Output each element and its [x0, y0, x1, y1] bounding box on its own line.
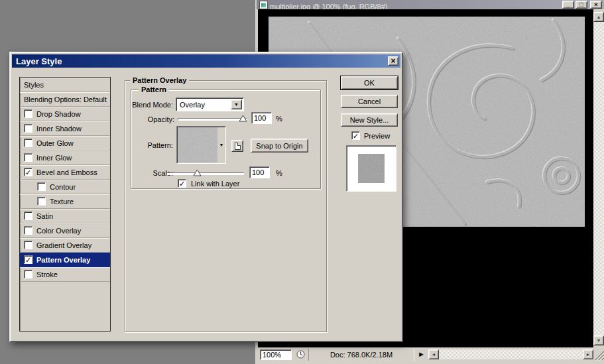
style-checkbox[interactable] [24, 226, 32, 235]
style-item-texture[interactable]: Texture [20, 194, 110, 209]
cancel-button[interactable]: Cancel [341, 95, 398, 108]
status-bar: Doc: 768.0K/2.18M ► ◄ ► [258, 347, 593, 361]
pattern-subgroup-title: Pattern [139, 86, 169, 93]
style-item-label: Inner Shadow [36, 125, 82, 133]
left-arrow-icon: ◄ [432, 352, 436, 357]
style-checkbox[interactable] [24, 153, 32, 162]
style-item-label: Drop Shadow [36, 110, 81, 118]
link-with-layer-checkbox[interactable]: ✓ [178, 179, 186, 188]
style-item-gradient-overlay[interactable]: Gradient Overlay [20, 238, 110, 253]
style-item-color-overlay[interactable]: Color Overlay [20, 223, 110, 238]
style-checkbox[interactable] [37, 182, 46, 191]
style-item-drop-shadow[interactable]: Drop Shadow [20, 107, 110, 121]
scroll-left-button[interactable]: ◄ [428, 349, 439, 359]
style-checkbox[interactable] [24, 212, 32, 220]
opacity-input[interactable] [251, 112, 272, 124]
opacity-slider-track[interactable] [178, 118, 247, 121]
style-item-label: Blending Options: Default [24, 95, 107, 103]
style-item-label: Contour [50, 183, 76, 191]
window-close-button[interactable]: × [590, 1, 602, 9]
new-style-button[interactable]: New Style... [341, 113, 398, 127]
zoom-input[interactable] [260, 349, 292, 360]
opacity-label: Opacity: [133, 115, 174, 123]
document-title: multiplier.jpg @ 100% (fug, RGB/8#) [270, 3, 387, 9]
document-file-icon [259, 1, 268, 9]
pattern-picker[interactable]: ▼ [176, 126, 226, 164]
scale-slider-track[interactable] [166, 172, 244, 175]
style-item-bevel-and-emboss[interactable]: ✓Bevel and Emboss [20, 165, 110, 180]
scroll-right-button[interactable]: ► [583, 349, 593, 359]
horizontal-scrollbar[interactable]: ◄ ► [428, 349, 593, 360]
scale-slider-thumb[interactable] [193, 169, 202, 176]
link-with-layer-label: Link with Layer [191, 180, 239, 188]
pattern-thumbnail [178, 127, 217, 162]
blend-mode-label: Blend Mode: [128, 101, 173, 109]
style-item-contour[interactable]: Contour [20, 180, 110, 194]
ok-button[interactable]: OK [341, 76, 398, 90]
style-item-styles[interactable]: Styles [20, 78, 110, 92]
new-preset-icon [235, 143, 241, 150]
preview-checkbox[interactable]: ✓ [351, 131, 360, 140]
vertical-scrollbar[interactable]: ▲ ▼ [593, 12, 604, 346]
timer-icon [296, 350, 305, 359]
doc-info: Doc: 768.0K/2.18M [330, 351, 393, 359]
right-arrow-icon: ► [586, 352, 591, 357]
style-checkbox[interactable] [24, 241, 32, 249]
pattern-dropdown-button[interactable]: ▼ [217, 127, 225, 162]
scale-input[interactable] [249, 166, 270, 178]
check-icon: ✓ [353, 133, 359, 139]
style-item-label: Inner Glow [36, 154, 72, 162]
dropdown-button[interactable]: ▼ [231, 99, 242, 109]
scroll-down-button[interactable]: ▼ [593, 335, 604, 345]
layer-style-dialog: Layer Style × StylesBlending Options: De… [9, 52, 403, 342]
opacity-slider-thumb[interactable] [239, 115, 247, 122]
style-checkbox[interactable] [24, 139, 32, 147]
ok-label: OK [364, 79, 375, 87]
style-item-inner-shadow[interactable]: Inner Shadow [20, 121, 110, 136]
blend-mode-dropdown[interactable]: Overlay ▼ [176, 97, 244, 111]
horizontal-scroll-track[interactable] [439, 349, 583, 359]
style-checkbox[interactable] [37, 197, 46, 206]
chevron-down-icon: ▼ [219, 143, 224, 147]
style-item-pattern-overlay[interactable]: ✓Pattern Overlay [20, 253, 110, 267]
style-preview-box [346, 145, 396, 192]
style-checkbox[interactable]: ✓ [24, 168, 32, 176]
snap-to-origin-label: Snap to Origin [256, 142, 302, 150]
style-item-label: Color Overlay [36, 227, 81, 235]
style-checkbox[interactable] [24, 270, 32, 278]
dialog-title: Layer Style [16, 56, 62, 66]
up-arrow-icon: ▲ [597, 15, 601, 19]
new-style-label: New Style... [350, 116, 389, 124]
style-item-label: Outer Glow [36, 139, 74, 147]
scroll-up-button[interactable]: ▲ [593, 12, 604, 22]
style-checkbox[interactable] [24, 109, 32, 118]
dialog-title-bar[interactable]: Layer Style [12, 54, 400, 68]
new-pattern-preset-button[interactable] [231, 140, 243, 152]
blend-mode-value: Overlay [180, 101, 205, 109]
resize-grip[interactable] [593, 347, 604, 361]
style-item-outer-glow[interactable]: Outer Glow [20, 136, 110, 151]
dialog-close-button[interactable]: × [388, 56, 398, 66]
close-icon: × [594, 2, 597, 8]
scale-unit: % [276, 169, 282, 177]
styles-list: StylesBlending Options: DefaultDrop Shad… [19, 77, 111, 332]
style-checkbox[interactable] [24, 124, 32, 133]
style-item-blending-options-default[interactable]: Blending Options: Default [20, 92, 110, 107]
style-item-stroke[interactable]: Stroke [20, 267, 110, 282]
down-arrow-icon: ▼ [597, 338, 601, 343]
maximize-icon: □ [579, 2, 583, 8]
style-checkbox[interactable]: ✓ [24, 255, 32, 264]
style-item-inner-glow[interactable]: Inner Glow [20, 151, 110, 165]
document-title-bar[interactable]: multiplier.jpg @ 100% (fug, RGB/8#) [257, 0, 604, 9]
snap-to-origin-button[interactable]: Snap to Origin [251, 139, 308, 152]
vertical-scroll-track[interactable] [593, 22, 604, 335]
style-item-label: Styles [24, 81, 44, 89]
window-bottom-edge [257, 361, 604, 364]
maximize-button[interactable]: □ [575, 1, 587, 9]
style-item-satin[interactable]: Satin [20, 209, 110, 223]
style-item-label: Stroke [36, 271, 58, 278]
check-icon: ✓ [179, 180, 185, 187]
minimize-button[interactable]: _ [562, 1, 574, 9]
status-menu-arrow-icon[interactable]: ► [418, 350, 426, 359]
resize-grip-icon [593, 347, 604, 361]
